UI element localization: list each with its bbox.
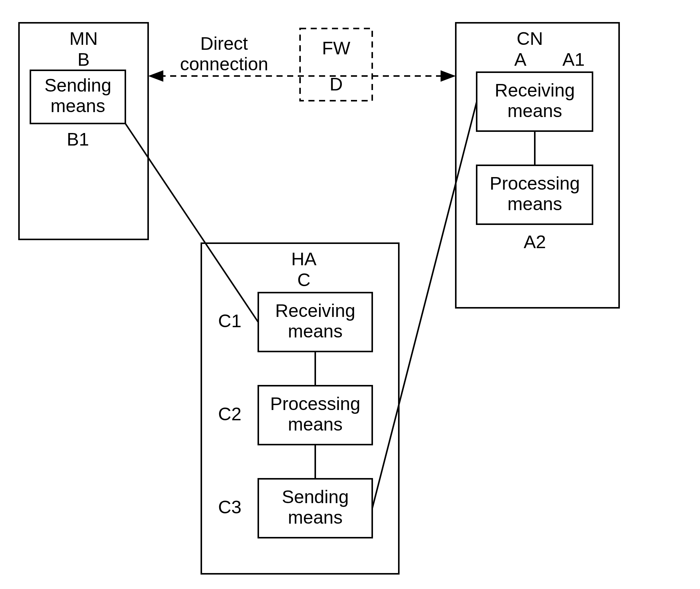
ha-c1-label: C1 bbox=[218, 311, 241, 331]
cn-title-1: CN bbox=[517, 28, 543, 49]
cn-a1-label: A1 bbox=[563, 49, 585, 70]
ha-c2-label: C2 bbox=[218, 404, 241, 424]
svg-marker-15 bbox=[441, 70, 456, 82]
ha-title-2: C bbox=[297, 270, 311, 290]
fw-node: FW D bbox=[300, 28, 372, 101]
connector-ha-cn bbox=[372, 102, 477, 508]
ha-node: HA C Receivingmeans C1 Processingmeans C… bbox=[201, 243, 399, 574]
fw-title-2: D bbox=[330, 74, 343, 94]
cn-processing-label: Processingmeans bbox=[490, 173, 580, 214]
ha-sending-label: Sendingmeans bbox=[282, 487, 349, 527]
mn-sending-label: Sendingmeans bbox=[44, 75, 111, 116]
cn-title-2: A bbox=[514, 49, 526, 70]
fw-title-1: FW bbox=[322, 38, 351, 58]
svg-marker-14 bbox=[148, 70, 163, 82]
ha-processing-label: Processingmeans bbox=[270, 394, 360, 434]
mn-title-1: MN bbox=[70, 28, 98, 49]
cn-receiving-label: Receivingmeans bbox=[495, 80, 575, 121]
mn-title-2: B bbox=[77, 49, 90, 70]
cn-node: CN A A1 Receivingmeans Processingmeans A… bbox=[456, 23, 619, 308]
ha-title-1: HA bbox=[291, 249, 317, 269]
mn-node: MN B Sendingmeans B1 bbox=[19, 23, 148, 239]
connector-mn-ha bbox=[125, 124, 258, 322]
direct-connection-label: Directconnection bbox=[180, 33, 268, 74]
ha-receiving-label: Receivingmeans bbox=[275, 301, 356, 341]
mn-b1-label: B1 bbox=[67, 129, 89, 149]
cn-a2-label: A2 bbox=[524, 232, 546, 252]
ha-c3-label: C3 bbox=[218, 497, 241, 517]
